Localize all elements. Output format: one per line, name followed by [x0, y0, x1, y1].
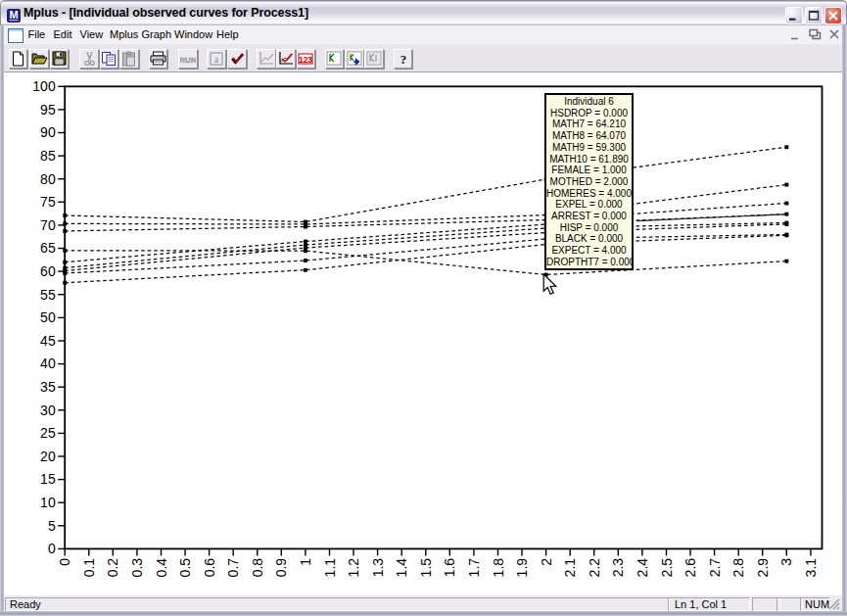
svg-text:0.6: 0.6: [202, 558, 217, 578]
svg-text:0: 0: [57, 558, 72, 566]
svg-text:0: 0: [48, 541, 56, 556]
svg-text:2.8: 2.8: [730, 558, 746, 578]
svg-text:2.1: 2.1: [562, 558, 578, 578]
svg-text:65: 65: [40, 240, 56, 256]
svg-text:35: 35: [40, 379, 56, 395]
svg-text:0.7: 0.7: [225, 558, 241, 578]
svg-text:2.2: 2.2: [587, 558, 602, 578]
svg-text:2: 2: [539, 558, 554, 566]
svg-text:85: 85: [40, 148, 56, 164]
svg-text:1.3: 1.3: [370, 558, 386, 578]
svg-text:1.7: 1.7: [466, 558, 482, 578]
svg-text:55: 55: [40, 287, 56, 303]
svg-text:0.2: 0.2: [106, 558, 121, 578]
svg-text:2.6: 2.6: [682, 558, 698, 578]
svg-text:0.9: 0.9: [274, 558, 290, 578]
svg-text:20: 20: [40, 449, 56, 464]
svg-text:1.5: 1.5: [418, 558, 434, 578]
svg-text:2.9: 2.9: [755, 558, 771, 578]
svg-text:15: 15: [40, 471, 56, 487]
svg-text:1: 1: [298, 558, 313, 566]
svg-text:3.1: 3.1: [803, 558, 819, 578]
svg-text:3: 3: [779, 558, 795, 566]
svg-text:2.3: 2.3: [611, 558, 627, 578]
svg-text:1.1: 1.1: [322, 558, 338, 578]
svg-text:10: 10: [40, 495, 56, 510]
svg-text:50: 50: [40, 309, 56, 325]
svg-text:100: 100: [32, 78, 56, 94]
svg-text:2.5: 2.5: [659, 558, 675, 578]
svg-text:90: 90: [40, 124, 56, 140]
svg-text:1.8: 1.8: [491, 558, 506, 578]
svg-text:2.7: 2.7: [707, 558, 723, 578]
svg-text:1.9: 1.9: [514, 558, 530, 578]
svg-text:1.6: 1.6: [443, 558, 458, 578]
svg-text:1.4: 1.4: [394, 558, 409, 578]
svg-text:0.4: 0.4: [154, 558, 169, 578]
svg-text:75: 75: [40, 194, 56, 210]
svg-text:70: 70: [40, 217, 56, 233]
svg-text:0.8: 0.8: [250, 558, 265, 578]
svg-text:40: 40: [40, 355, 56, 371]
svg-text:30: 30: [40, 403, 56, 418]
svg-text:2.4: 2.4: [635, 558, 650, 578]
svg-text:0.1: 0.1: [81, 558, 97, 578]
svg-text:5: 5: [48, 518, 56, 534]
svg-text:25: 25: [40, 425, 56, 441]
svg-text:95: 95: [40, 102, 56, 118]
svg-text:0.3: 0.3: [129, 558, 145, 578]
svg-text:45: 45: [40, 333, 56, 349]
svg-text:80: 80: [40, 171, 56, 187]
svg-text:60: 60: [40, 263, 56, 279]
svg-text:1.2: 1.2: [346, 558, 361, 578]
svg-text:0.5: 0.5: [177, 558, 193, 578]
